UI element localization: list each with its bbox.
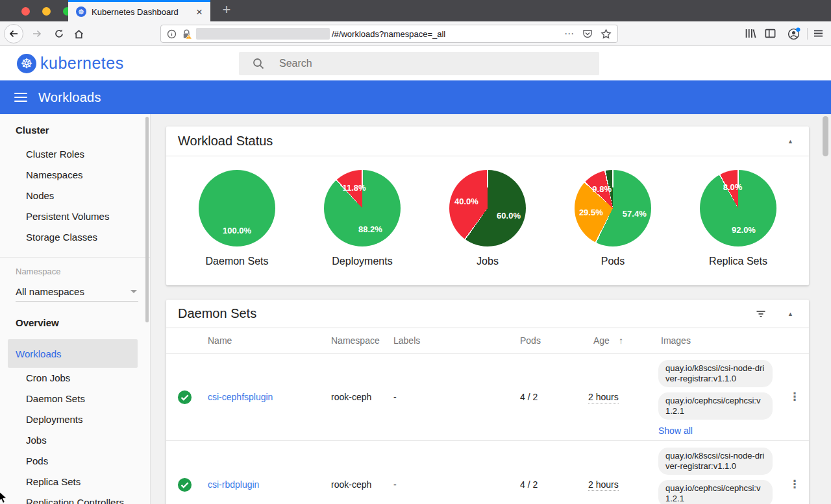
pie-percentage-label: 40.0% xyxy=(454,197,478,206)
sidebar: Cluster Cluster Roles Namespaces Nodes P… xyxy=(0,114,151,504)
pie-chart: 88.2%11.8% xyxy=(324,170,401,246)
col-age[interactable]: Age ↑ xyxy=(583,335,656,346)
pie-chart: 57.4%29.5%9.8% xyxy=(575,170,651,246)
namespace-value: All namespaces xyxy=(16,286,130,297)
account-avatar-icon[interactable] xyxy=(787,27,800,40)
insecure-lock-icon[interactable] xyxy=(181,29,192,40)
pie-chart: 60.0%40.0% xyxy=(449,170,526,246)
image-chip: quay.io/cephcsi/cephcsi:v1.2.1 xyxy=(658,480,773,504)
library-icon[interactable] xyxy=(744,27,757,40)
page-info-icon[interactable] xyxy=(167,29,177,39)
pie-title: Daemon Sets xyxy=(188,256,286,267)
sidebar-item-storage-classes[interactable]: Storage Classes xyxy=(0,227,150,248)
filter-icon[interactable] xyxy=(755,308,767,320)
new-tab-button[interactable]: + xyxy=(218,0,235,21)
brand-wordmark: kubernetes xyxy=(40,54,124,73)
back-button[interactable] xyxy=(4,24,23,43)
show-all-link[interactable]: Show all xyxy=(658,426,693,436)
image-chip: quay.io/k8scsi/csi-node-driver-registrar… xyxy=(658,448,773,475)
sidebar-item-daemon-sets[interactable]: Daemon Sets xyxy=(0,389,150,409)
sidebar-toggle-icon[interactable] xyxy=(764,27,777,40)
status-ok-icon xyxy=(166,390,203,405)
pie-deployments: 88.2%11.8% Deployments xyxy=(314,170,411,267)
home-button[interactable] xyxy=(69,24,88,43)
sidebar-item-jobs[interactable]: Jobs xyxy=(0,430,150,451)
redacted-host xyxy=(196,28,330,40)
pie-percentage-label: 8.0% xyxy=(723,182,743,191)
main-scrollbar[interactable] xyxy=(823,116,828,156)
toolbar-separator xyxy=(807,28,808,40)
sidebar-item-replica-sets[interactable]: Replica Sets xyxy=(0,472,150,492)
pie-percentage-label: 9.8% xyxy=(592,184,612,194)
browser-tab[interactable]: ☸ Kubernetes Dashboard × xyxy=(68,0,210,21)
app-menu-icon[interactable] xyxy=(812,27,825,40)
screen: ☸ Kubernetes Dashboard × + xyxy=(0,0,831,504)
page-actions-icon[interactable]: ⋯ xyxy=(564,28,575,40)
kebab-icon: ⋮ xyxy=(789,391,800,403)
close-window-button[interactable] xyxy=(21,7,30,16)
image-chip: quay.io/k8scsi/csi-node-driver-registrar… xyxy=(658,360,773,387)
sidebar-item-namespaces[interactable]: Namespaces xyxy=(0,165,150,186)
sidebar-item-persistent-volumes[interactable]: Persistent Volumes xyxy=(0,206,150,227)
pie-percentage-label: 11.8% xyxy=(343,183,366,193)
cell-labels: - xyxy=(388,392,515,402)
sidebar-item-nodes[interactable]: Nodes xyxy=(0,186,150,206)
cell-pods: 4 / 2 xyxy=(515,479,583,490)
search-icon xyxy=(252,57,265,70)
col-pods[interactable]: Pods xyxy=(515,335,583,346)
namespace-label: Namespace xyxy=(0,265,150,278)
sidebar-item-overview[interactable]: Overview xyxy=(0,313,150,333)
cell-images: quay.io/k8scsi/csi-node-driver-registrar… xyxy=(656,441,780,504)
sidebar-item-pods[interactable]: Pods xyxy=(0,451,150,472)
col-images[interactable]: Images xyxy=(656,335,780,346)
window-titlebar: ☸ Kubernetes Dashboard × + xyxy=(0,0,831,21)
namespace-select[interactable]: All namespaces xyxy=(16,282,138,302)
col-name[interactable]: Name xyxy=(203,335,326,346)
collapse-icon[interactable]: ▲ xyxy=(784,307,797,321)
sidebar-item-cluster-roles[interactable]: Cluster Roles xyxy=(0,144,150,165)
mouse-cursor xyxy=(0,490,8,504)
pie-percentage-label: 60.0% xyxy=(497,210,521,220)
collapse-icon[interactable]: ▲ xyxy=(784,134,797,149)
pie-percentage-label: 88.2% xyxy=(358,224,382,234)
row-menu-button[interactable]: ⋮ xyxy=(780,391,809,403)
sort-ascending-icon: ↑ xyxy=(614,335,623,346)
sidebar-item-cron-jobs[interactable]: Cron Jobs xyxy=(0,368,150,389)
pie-pods: 57.4%29.5%9.8% Pods xyxy=(564,170,662,267)
daemon-set-link[interactable]: csi-cephfsplugin xyxy=(203,392,326,402)
pocket-icon[interactable] xyxy=(582,29,593,39)
sidebar-item-workloads[interactable]: Workloads xyxy=(8,339,138,368)
pie-daemon-sets: 100.0% Daemon Sets xyxy=(188,170,286,267)
charts-row: 100.0% Daemon Sets 88.2%11.8% Deployment… xyxy=(166,156,809,267)
kubernetes-logo-icon: ☸ xyxy=(17,54,36,73)
sidebar-scrollbar[interactable] xyxy=(145,117,149,322)
pie-percentage-label: 57.4% xyxy=(623,208,647,218)
minimize-window-button[interactable] xyxy=(42,7,51,16)
search-input[interactable] xyxy=(279,58,558,69)
sidebar-item-deployments[interactable]: Deployments xyxy=(0,409,150,430)
search-box[interactable] xyxy=(239,52,599,75)
sidebar-section-cluster[interactable]: Cluster xyxy=(0,121,150,140)
sidebar-item-replication-controllers[interactable]: Replication Controllers xyxy=(0,492,150,504)
browser-navbar: /#/workloads?namespace=_all ⋯ xyxy=(0,21,831,46)
menu-icon[interactable] xyxy=(14,93,27,102)
table-row: csi-cephfsplugin rook-ceph - 4 / 2 2 hou… xyxy=(166,354,809,441)
col-labels[interactable]: Labels xyxy=(388,335,515,346)
tab-close-icon[interactable]: × xyxy=(195,6,204,18)
forward-button[interactable] xyxy=(27,24,47,43)
sidebar-divider xyxy=(0,257,150,258)
kebab-icon: ⋮ xyxy=(789,479,800,490)
table-row: csi-rbdplugin rook-ceph - 4 / 2 2 hours … xyxy=(166,441,809,504)
status-ok-icon xyxy=(166,477,203,492)
url-bar[interactable]: /#/workloads?namespace=_all ⋯ xyxy=(160,25,618,43)
bookmark-star-icon[interactable] xyxy=(601,29,612,40)
reload-button[interactable] xyxy=(49,24,69,43)
pie-title: Jobs xyxy=(439,256,536,267)
url-text: /#/workloads?namespace=_all xyxy=(332,29,564,39)
cell-age: 2 hours xyxy=(583,391,656,403)
daemon-set-link[interactable]: csi-rbdplugin xyxy=(203,479,326,490)
col-namespace[interactable]: Namespace xyxy=(326,335,388,346)
chevron-down-icon xyxy=(130,290,137,293)
row-menu-button[interactable]: ⋮ xyxy=(780,479,809,490)
cell-labels: - xyxy=(388,479,515,490)
